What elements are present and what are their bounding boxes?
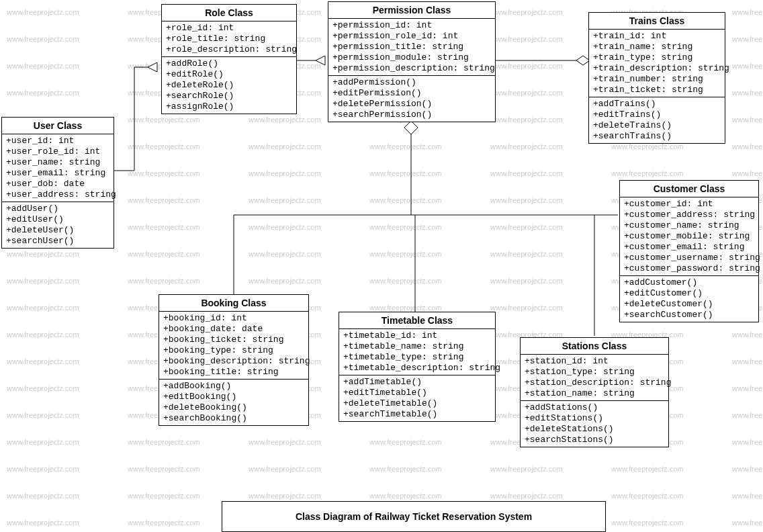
class-member: +customer_mobile: string [624, 231, 754, 242]
watermark-text: www.freeprojectz.com [128, 277, 200, 285]
watermark-text: www.freeprojectz.com [732, 411, 763, 419]
class-member: +timetable_type: string [343, 352, 491, 363]
watermark-text: www.freeprojectz.com [732, 357, 763, 365]
watermark-text: www.freeprojectz.com [490, 465, 563, 473]
watermark-text: www.freeprojectz.com [490, 304, 563, 312]
class-member: +deleteUser() [6, 225, 109, 236]
class-member: +customer_name: string [624, 220, 754, 231]
class-member: +deleteCustomer() [624, 299, 754, 310]
class-member: +editPermission() [332, 88, 491, 99]
watermark-text: www.freeprojectz.com [369, 465, 442, 473]
class-customer-methods: +addCustomer()+editCustomer()+deleteCust… [620, 276, 758, 322]
class-member: +editStations() [525, 413, 664, 424]
class-member: +searchStations() [525, 435, 664, 445]
class-member: +train_type: string [593, 52, 721, 63]
watermark-text: www.freeprojectz.com [249, 142, 321, 150]
class-member: +permission_description: string [332, 63, 491, 74]
class-member: +addRole() [166, 58, 292, 69]
watermark-text: www.freeprojectz.com [611, 519, 684, 527]
class-role-methods: +addRole()+editRole()+deleteRole()+searc… [162, 57, 296, 114]
watermark-text: www.freeprojectz.com [249, 438, 321, 446]
class-member: +deleteTrains() [593, 120, 721, 131]
class-booking-attributes: +booking_id: int+booking_date: date+book… [159, 312, 308, 380]
class-trains-methods: +addTrains()+editTrains()+deleteTrains()… [589, 97, 725, 143]
class-member: +assignRole() [166, 101, 292, 112]
class-trains: Trains Class +train_id: int+train_name: … [588, 12, 725, 144]
watermark-text: www.freeprojectz.com [490, 89, 563, 97]
class-member: +editTrains() [593, 109, 721, 120]
watermark-text: www.freeprojectz.com [732, 169, 763, 177]
class-user: User Class +user_id: int+user_role_id: i… [1, 117, 114, 249]
watermark-text: www.freeprojectz.com [611, 169, 684, 177]
class-role: Role Class +role_id: int+role_title: str… [161, 4, 297, 114]
class-role-attributes: +role_id: int+role_title: string+role_de… [162, 21, 296, 57]
class-timetable-methods: +addTimetable()+editTimetable()+deleteTi… [339, 375, 495, 421]
class-stations-title: Stations Class [521, 338, 668, 355]
class-member: +searchBooking() [163, 413, 304, 424]
class-timetable-attributes: +timetable_id: int+timetable_name: strin… [339, 329, 495, 375]
watermark-text: www.freeprojectz.com [490, 62, 563, 70]
class-member: +customer_email: string [624, 242, 754, 253]
watermark-text: www.freeprojectz.com [249, 250, 321, 258]
class-user-attributes: +user_id: int+user_role_id: int+user_nam… [2, 134, 114, 202]
class-member: +train_ticket: string [593, 85, 721, 95]
watermark-text: www.freeprojectz.com [249, 223, 321, 231]
class-member: +user_address: string [6, 189, 109, 200]
watermark-text: www.freeprojectz.com [249, 196, 321, 204]
watermark-text: www.freeprojectz.com [732, 384, 763, 392]
watermark-text: www.freeprojectz.com [128, 223, 200, 231]
watermark-text: www.freeprojectz.com [732, 116, 763, 124]
watermark-text: www.freeprojectz.com [128, 116, 200, 124]
watermark-text: www.freeprojectz.com [490, 223, 563, 231]
class-member: +permission_title: string [332, 42, 491, 52]
watermark-text: www.freeprojectz.com [369, 438, 442, 446]
watermark-text: www.freeprojectz.com [128, 250, 200, 258]
class-member: +role_id: int [166, 23, 292, 34]
class-booking-methods: +addBooking()+editBooking()+deleteBookin… [159, 380, 308, 425]
watermark-text: www.freeprojectz.com [490, 277, 563, 285]
class-member: +searchUser() [6, 236, 109, 247]
watermark-text: www.freeprojectz.com [7, 35, 79, 43]
watermark-text: www.freeprojectz.com [732, 519, 763, 527]
watermark-text: www.freeprojectz.com [7, 438, 79, 446]
class-booking-title: Booking Class [159, 295, 308, 312]
class-member: +editTimetable() [343, 388, 491, 398]
class-member: +permission_id: int [332, 20, 491, 31]
class-member: +searchCustomer() [624, 310, 754, 320]
class-member: +addStations() [525, 402, 664, 413]
watermark-text: www.freeprojectz.com [7, 250, 79, 258]
svg-marker-2 [404, 121, 418, 134]
class-permission-methods: +addPermission()+editPermission()+delete… [328, 76, 495, 122]
class-customer-title: Customer Class [620, 181, 758, 197]
class-member: +addTimetable() [343, 377, 491, 388]
class-member: +addBooking() [163, 381, 304, 392]
class-member: +editCustomer() [624, 288, 754, 299]
watermark-text: www.freeprojectz.com [249, 116, 321, 124]
watermark-text: www.freeprojectz.com [128, 438, 200, 446]
class-member: +addPermission() [332, 77, 491, 88]
watermark-text: www.freeprojectz.com [369, 492, 442, 500]
svg-marker-1 [316, 56, 325, 65]
watermark-text: www.freeprojectz.com [732, 330, 763, 339]
class-member: +booking_title: string [163, 367, 304, 378]
watermark-text: www.freeprojectz.com [490, 492, 563, 500]
watermark-text: www.freeprojectz.com [249, 169, 321, 177]
watermark-text: www.freeprojectz.com [490, 142, 563, 150]
class-trains-title: Trains Class [589, 13, 725, 30]
class-member: +customer_username: string [624, 253, 754, 263]
class-member: +user_name: string [6, 157, 109, 168]
class-permission-title: Permission Class [328, 2, 495, 19]
watermark-text: www.freeprojectz.com [490, 196, 563, 204]
watermark-text: www.freeprojectz.com [7, 492, 79, 500]
class-member: +station_name: string [525, 388, 664, 399]
class-stations: Stations Class +station_id: int+station_… [520, 337, 669, 447]
class-customer: Customer Class +customer_id: int+custome… [619, 180, 759, 322]
class-member: +deleteStations() [525, 424, 664, 435]
class-member: +searchTimetable() [343, 409, 491, 420]
class-member: +booking_description: string [163, 356, 304, 367]
class-stations-attributes: +station_id: int+station_type: string+st… [521, 355, 668, 401]
watermark-text: www.freeprojectz.com [732, 8, 763, 16]
class-member: +timetable_description: string [343, 363, 491, 373]
watermark-text: www.freeprojectz.com [7, 62, 79, 70]
class-member: +booking_ticket: string [163, 335, 304, 345]
